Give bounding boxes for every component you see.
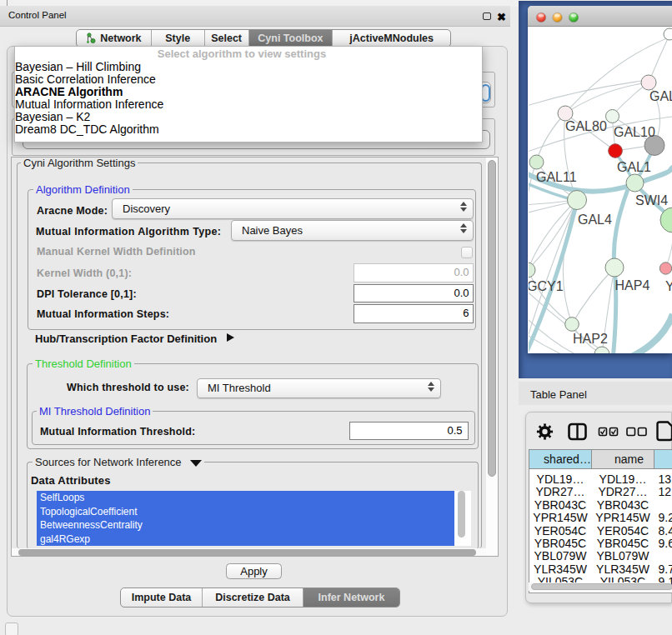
svg-text:GAL1: GAL1 [617, 160, 651, 174]
svg-text:GAL80: GAL80 [565, 119, 607, 133]
svg-text:SWI4: SWI4 [635, 193, 668, 208]
svg-text:GAL10: GAL10 [614, 125, 655, 139]
svg-text:GAL4: GAL4 [578, 212, 612, 227]
svg-text:GAL7: GAL7 [649, 89, 672, 103]
svg-text:GAL11: GAL11 [536, 170, 577, 184]
svg-text:GCY1: GCY1 [529, 279, 564, 293]
svg-text:HAP4: HAP4 [615, 278, 650, 292]
svg-text:HAP2: HAP2 [573, 332, 608, 346]
svg-text:YM: YM [665, 279, 672, 293]
